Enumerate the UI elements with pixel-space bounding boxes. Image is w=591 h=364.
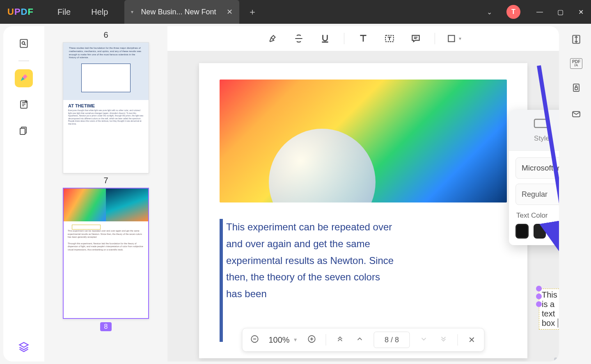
svg-rect-4 [20,128,25,134]
menu-help[interactable]: Help [91,7,108,17]
menu-file[interactable]: File [57,7,71,17]
notes-tool[interactable] [15,96,33,114]
tab-dropdown-icon[interactable]: ▾ [131,9,133,15]
highlighter-tool[interactable] [15,69,33,87]
window-minimize-button[interactable]: ― [529,0,550,24]
separator [18,61,29,61]
resize-handle[interactable] [536,293,542,299]
svg-rect-0 [20,39,27,48]
add-tab-button[interactable]: ＋ [247,6,258,18]
lock-icon[interactable] [569,80,584,95]
first-page-button[interactable] [334,335,346,345]
pdfa-icon[interactable]: PDF/A [570,58,582,69]
zoom-out-button[interactable] [249,334,260,346]
view-control-bar: 100%▼ 8 / 8 ✕ [242,328,484,352]
svg-rect-7 [534,119,549,127]
font-family-select[interactable]: Microsoft YaHei▼ [515,157,559,179]
current-page-badge: 8 [100,322,112,331]
thumb-page-number-7: 7 [57,176,155,185]
mail-icon[interactable] [569,107,584,121]
resize-handle[interactable] [536,301,542,307]
thumbnail-page-7[interactable]: This experiment can be repeated over and… [63,188,149,319]
popup-tab-style[interactable]: Style [509,110,559,150]
separator [326,334,326,346]
thumb-heading: AT THETIME [68,103,144,108]
page-number-input[interactable]: 8 / 8 [374,332,410,348]
inserted-textbox[interactable]: This is a text box [539,289,559,330]
svg-rect-6 [448,35,454,41]
zoom-in-button[interactable] [306,334,318,346]
tb-comment-icon[interactable] [408,31,423,46]
thumbnail-page-6[interactable]: These studies laid the foundation for th… [63,42,149,173]
close-bar-button[interactable]: ✕ [466,335,478,345]
transpose-icon[interactable] [569,32,584,47]
resize-handle[interactable] [536,286,542,291]
pages-tool[interactable] [15,122,33,140]
main-menu: File Help [57,7,108,17]
left-toolbar [3,26,44,362]
page[interactable]: This experiment can be repeated over and… [199,63,527,358]
user-avatar[interactable]: T [506,5,520,19]
swatch-black[interactable] [515,224,529,239]
app-logo: UPDF [0,7,41,17]
document-canvas[interactable]: This experiment can be repeated over and… [167,51,559,362]
text-color-label: Text Color [516,212,559,220]
tb-shape-icon[interactable]: ▾ [447,31,461,46]
separator [458,334,458,346]
window-maximize-button[interactable]: ▢ [550,0,570,24]
prev-page-button[interactable] [354,335,366,345]
tb-underline-icon[interactable] [318,31,332,46]
right-toolbar: PDF/A [561,24,591,364]
layers-button[interactable] [16,339,31,354]
font-weight-select[interactable]: Regular▼ [515,184,559,205]
swatch-dark[interactable] [534,224,546,239]
thumb-page-number-6: 6 [57,30,155,40]
next-page-button[interactable] [418,335,430,345]
annotation-toolbar: ▾ [167,26,559,51]
quote-bar [220,219,223,342]
tb-highlighter-icon[interactable] [265,31,280,46]
swatch-white[interactable] [551,224,559,239]
title-bar: UPDF File Help ▾ New Busin... New Font ✕… [0,0,591,24]
scrollbar-thumb[interactable] [554,357,557,362]
svg-rect-12 [575,87,577,90]
svg-point-1 [22,42,25,45]
thumbnail-panel[interactable]: 6 These studies laid the foundation for … [44,24,167,364]
last-page-button[interactable] [438,335,449,345]
window-close-button[interactable]: ✕ [570,0,591,24]
separator [435,33,435,44]
search-tool[interactable] [15,34,33,52]
tb-strikethrough-icon[interactable] [291,31,306,46]
color-swatches [515,224,559,239]
tab-close-icon[interactable]: ✕ [227,7,233,16]
titlebar-chevron-icon[interactable]: ⌄ [481,8,497,16]
zoom-value[interactable]: 100%▼ [268,335,298,345]
tb-text-icon[interactable] [356,31,371,46]
text-style-popup: Style Aa Font Microsoft YaHei▼ Regular▼ … [509,110,559,245]
textbox-selection[interactable]: This is a text box [539,289,559,330]
tab-label: New Busin... New Font [141,8,216,16]
document-tab[interactable]: ▾ New Busin... New Font ✕ [124,0,239,24]
hero-image [220,80,507,202]
paragraph-text: This experiment can be repeated over and… [226,219,399,303]
tb-textbox-icon[interactable] [382,31,397,46]
separator [344,33,344,44]
main-area: ▾ This experiment can be repeated over a… [167,26,559,362]
